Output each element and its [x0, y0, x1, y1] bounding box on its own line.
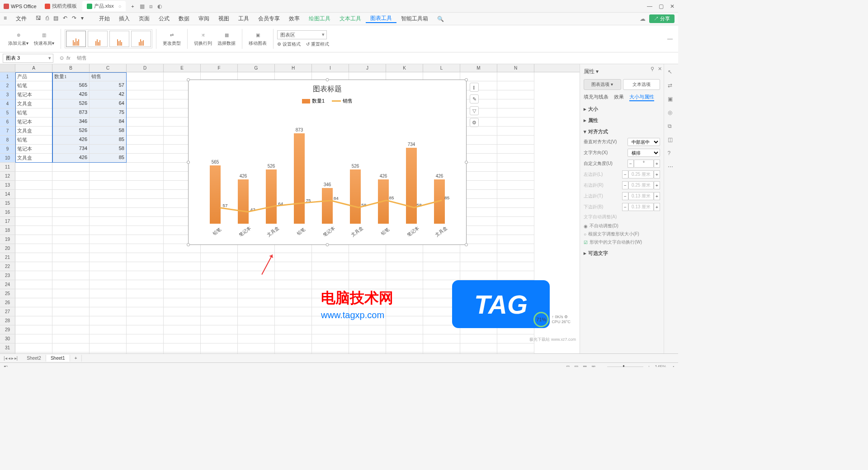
expand-icon[interactable]: ⤢ [671, 365, 675, 367]
chart-settings-icon[interactable]: ⚙ [470, 118, 479, 127]
angle-plus[interactable]: + [654, 160, 660, 168]
view-normal-icon[interactable]: ⊞ [566, 365, 570, 367]
close-panel-icon[interactable]: ✕ [658, 66, 662, 72]
spreadsheet-grid[interactable]: ABCDEFGHIJKLMN 1234567891011121314151617… [0, 64, 580, 353]
sheet-prev-icon[interactable]: ◂ [8, 356, 10, 361]
user-avatar-icon[interactable]: ◐ [157, 3, 162, 9]
resize-handle[interactable] [187, 78, 190, 81]
zoom-label[interactable]: 145% [655, 365, 666, 367]
col-header[interactable]: F [201, 64, 238, 72]
col-header[interactable]: I [312, 64, 349, 72]
angle-minus[interactable]: − [627, 160, 634, 168]
resize-handle[interactable] [187, 243, 190, 246]
style-tool-icon[interactable]: ⇄ [668, 82, 675, 89]
pin-icon[interactable]: ⚲ [651, 66, 654, 72]
resize-handle[interactable] [465, 243, 468, 246]
tab-more-icon[interactable]: ○ [118, 4, 122, 9]
menu-data[interactable]: 数据 [174, 15, 194, 23]
shape-tool-icon[interactable]: ▣ [668, 96, 675, 103]
sheet-last-icon[interactable]: ▸| [14, 356, 18, 361]
chart-style-2[interactable] [88, 31, 108, 47]
sheet-tab-2[interactable]: Sheet2 [22, 355, 46, 362]
cube-icon[interactable]: ⧈ [149, 3, 153, 9]
text-dir-select[interactable]: 横排 [627, 149, 660, 157]
change-type-button[interactable]: ⇄ 更改类型 [160, 29, 184, 48]
undo-icon[interactable]: ↶ [63, 15, 67, 23]
v-align-select[interactable]: 中部居中 [627, 138, 660, 146]
resize-handle[interactable] [187, 161, 190, 164]
col-header[interactable]: N [497, 64, 534, 72]
col-header[interactable]: J [349, 64, 386, 72]
chart-filter-icon[interactable]: ▽ [470, 106, 479, 115]
radio-icon[interactable]: ○ [584, 232, 586, 237]
grid-icon[interactable]: ▦ [140, 3, 145, 9]
formula-input[interactable]: 销售 [74, 55, 678, 61]
add-tab-button[interactable]: + [127, 2, 138, 11]
tab-text-options[interactable]: 文本选项 [623, 79, 660, 90]
menu-smart-toolbox[interactable]: 智能工具箱 [396, 15, 433, 23]
menu-formula[interactable]: 公式 [154, 15, 174, 23]
insert-function-icon[interactable]: ⊙ [60, 55, 64, 61]
help-tool-icon[interactable]: ? [668, 150, 675, 157]
col-header[interactable]: D [127, 64, 164, 72]
subtab-size-props[interactable]: 大小与属性 [629, 94, 654, 101]
col-header[interactable]: G [238, 64, 275, 72]
sheet-first-icon[interactable]: |◂ [4, 356, 7, 361]
checkbox-icon[interactable]: ☑ [584, 240, 588, 245]
tab-product-xlsx[interactable]: 产品.xlsx ○ [82, 1, 126, 11]
chart-styles-icon[interactable]: ✎ [470, 94, 479, 103]
print-icon[interactable]: ⎙ [46, 15, 49, 23]
zoom-in-button[interactable]: + [648, 365, 651, 367]
move-chart-button[interactable]: ▣ 移动图表 [246, 29, 269, 48]
redo-icon[interactable]: ↷ [72, 15, 76, 23]
select-data-button[interactable]: ▦ 选择数据 [215, 29, 238, 48]
col-header[interactable]: K [386, 64, 423, 72]
dropdown-icon[interactable]: ▾ [81, 15, 84, 23]
close-button[interactable]: ✕ [670, 3, 675, 9]
resize-handle[interactable] [465, 78, 468, 81]
select-tool-icon[interactable]: ↖ [668, 69, 675, 76]
subtab-fill-line[interactable]: 填充与线条 [584, 94, 609, 101]
bookmark-tool-icon[interactable]: ◫ [668, 136, 675, 144]
zoom-out-button[interactable]: − [600, 365, 603, 367]
add-element-button[interactable]: ⊕ 添加元素▾ [5, 29, 31, 48]
radio-icon[interactable]: ◉ [584, 224, 588, 229]
ribbon-collapse-icon[interactable]: — [667, 36, 673, 42]
menu-member[interactable]: 会员专享 [254, 15, 284, 23]
cloud-icon[interactable]: ☁ [640, 15, 646, 22]
save-icon[interactable]: 🖫 [36, 15, 41, 23]
resize-handle[interactable] [326, 243, 329, 246]
menu-hamburger-icon[interactable]: ≡ [4, 15, 7, 23]
menu-view[interactable]: 视图 [214, 15, 234, 23]
name-box[interactable]: 图表 3 [3, 54, 53, 63]
minimize-button[interactable]: — [647, 3, 652, 9]
chart-area-select[interactable]: 图表区 [277, 30, 327, 39]
tab-template[interactable]: 找稻壳模板 [40, 1, 81, 11]
set-format-button[interactable]: ⚙ 设置格式 [277, 41, 301, 47]
quick-layout-button[interactable]: ▥ 快速布局▾ [31, 29, 57, 48]
preview-icon[interactable]: ▤ [53, 15, 58, 23]
sheet-next-icon[interactable]: ▸ [11, 356, 14, 361]
menu-start[interactable]: 开始 [94, 15, 114, 23]
view-split-icon[interactable]: ▦ [583, 365, 587, 367]
chart-style-4[interactable] [131, 31, 151, 47]
switch-rowcol-button[interactable]: ⤭ 切换行列 [191, 29, 215, 48]
col-header[interactable]: C [90, 64, 127, 72]
sheet-tab-1[interactable]: Sheet1 [46, 355, 70, 362]
chart-title[interactable]: 图表标题 [189, 85, 466, 94]
reset-style-button[interactable]: ↺ 重置样式 [306, 41, 329, 47]
col-header[interactable]: A [15, 64, 52, 72]
search-icon[interactable]: 🔍 [433, 16, 448, 22]
col-header[interactable]: M [460, 64, 497, 72]
maximize-button[interactable]: ▢ [659, 3, 664, 9]
col-header[interactable]: B [52, 64, 90, 72]
menu-review[interactable]: 审阅 [194, 15, 214, 23]
link-tool-icon[interactable]: ⧉ [668, 123, 675, 130]
menu-text-tools[interactable]: 文本工具 [335, 15, 366, 23]
chart-elements-icon[interactable]: ⫿ [470, 83, 479, 92]
tab-chart-options[interactable]: 图表选项 ▾ [584, 79, 621, 90]
chart-style-1[interactable] [66, 31, 86, 47]
zoom-slider[interactable] [607, 367, 643, 367]
col-header[interactable]: H [275, 64, 312, 72]
camera-tool-icon[interactable]: ◎ [668, 109, 675, 117]
